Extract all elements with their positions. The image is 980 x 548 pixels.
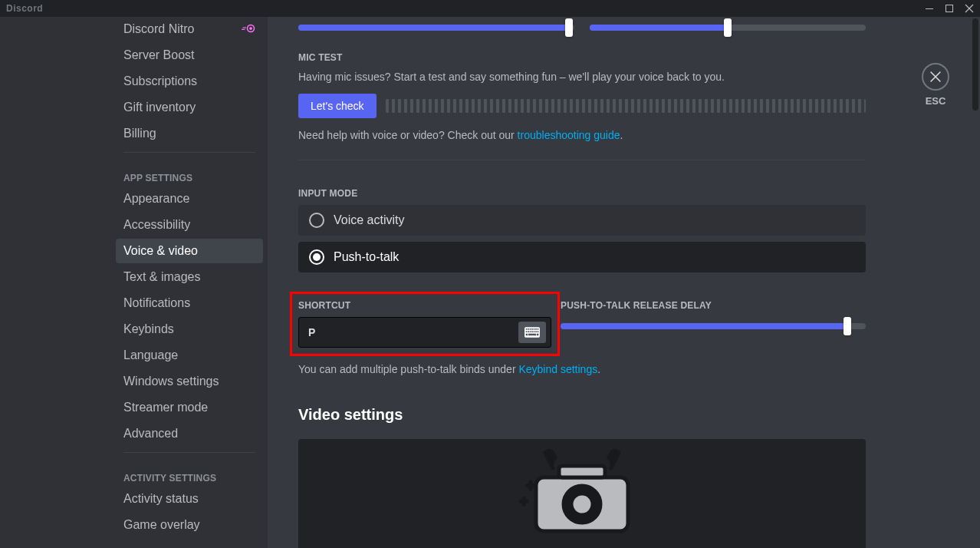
- sidebar-item-subscriptions[interactable]: Subscriptions: [116, 69, 263, 94]
- window-controls: [925, 4, 974, 13]
- mic-test-button[interactable]: Let's check: [298, 94, 377, 118]
- output-volume-slider[interactable]: [590, 18, 866, 37]
- video-preview: ✦ ✦: [298, 439, 866, 548]
- camera-icon: ✦ ✦: [513, 447, 651, 539]
- sidebar-item-label: Discord Nitro: [123, 21, 194, 37]
- svg-rect-5: [242, 29, 245, 30]
- radio-icon: [309, 249, 324, 265]
- video-settings-heading: Video settings: [298, 406, 866, 424]
- sidebar-item-streamer-mode[interactable]: Streamer mode: [116, 395, 263, 420]
- svg-rect-17: [531, 331, 533, 332]
- svg-rect-14: [526, 331, 528, 332]
- sidebar-item-activity-status[interactable]: Activity status: [116, 487, 263, 511]
- sidebar-header: APP SETTINGS: [116, 159, 263, 187]
- svg-rect-11: [534, 328, 535, 330]
- sidebar-item-discord-nitro[interactable]: Discord Nitro: [116, 17, 263, 41]
- shortcut-input[interactable]: P: [298, 317, 551, 348]
- sidebar-item-label: Keybinds: [123, 322, 174, 337]
- svg-point-3: [249, 27, 252, 30]
- sidebar-item-advanced[interactable]: Advanced: [116, 421, 263, 446]
- shortcut-hint: You can add multiple push-to-talk binds …: [298, 363, 866, 375]
- sidebar-item-label: Accessibility: [123, 217, 190, 233]
- close-settings: ESC: [922, 63, 949, 107]
- scrollbar[interactable]: [972, 18, 978, 111]
- sidebar-item-label: Subscriptions: [123, 74, 197, 89]
- sidebar-item-notifications[interactable]: Notifications: [116, 291, 263, 315]
- titlebar: Discord: [0, 0, 980, 17]
- input-mode-push-to-talk[interactable]: Push-to-talk: [298, 242, 866, 272]
- sidebar-header: ACTIVITY SETTINGS: [116, 459, 263, 487]
- radio-icon: [309, 213, 324, 228]
- svg-rect-23: [537, 334, 539, 336]
- svg-rect-21: [526, 334, 528, 336]
- hint-text: You can add multiple push-to-talk binds …: [298, 363, 518, 375]
- sidebar-item-label: Advanced: [123, 426, 178, 441]
- svg-rect-8: [528, 328, 529, 330]
- radio-label: Push-to-talk: [334, 250, 399, 264]
- close-label: ESC: [926, 95, 946, 107]
- sidebar-item-gift-inventory[interactable]: Gift inventory: [116, 95, 263, 120]
- svg-rect-13: [538, 328, 539, 330]
- minimize-icon[interactable]: [925, 4, 934, 13]
- sidebar-item-voice-video[interactable]: Voice & video: [116, 239, 263, 263]
- sidebar-item-label: Gift inventory: [123, 100, 196, 115]
- troubleshooting-link[interactable]: troubleshooting guide: [518, 129, 620, 141]
- svg-rect-9: [530, 328, 531, 330]
- sidebar-item-label: Voice & video: [123, 243, 198, 259]
- svg-rect-25: [559, 466, 605, 477]
- sidebar-item-label: Billing: [123, 126, 156, 141]
- sidebar-item-label: Text & images: [123, 269, 200, 285]
- sidebar-item-label: Appearance: [123, 191, 189, 206]
- sidebar-item-text-images[interactable]: Text & images: [116, 265, 263, 289]
- svg-rect-12: [535, 328, 537, 330]
- sidebar-item-label: Windows settings: [123, 374, 219, 389]
- sidebar-item-appearance[interactable]: Appearance: [116, 187, 263, 211]
- svg-rect-7: [526, 328, 528, 330]
- sidebar-item-accessibility[interactable]: Accessibility: [116, 213, 263, 237]
- svg-rect-0: [926, 8, 933, 9]
- input-mode-label: INPUT MODE: [298, 188, 866, 199]
- sidebar-item-language[interactable]: Language: [116, 343, 263, 368]
- svg-rect-22: [528, 334, 536, 336]
- ptt-delay-slider[interactable]: [561, 317, 866, 335]
- app-logo: Discord: [6, 3, 43, 14]
- svg-text:✦: ✦: [527, 480, 534, 491]
- settings-sidebar: Discord NitroServer BoostSubscriptionsGi…: [0, 17, 268, 548]
- maximize-icon[interactable]: [945, 4, 954, 13]
- help-text-post: .: [620, 129, 623, 141]
- svg-rect-16: [530, 331, 531, 332]
- input-volume-slider[interactable]: [298, 18, 574, 37]
- sidebar-item-label: Game overlay: [123, 517, 200, 533]
- close-settings-button[interactable]: [922, 63, 949, 91]
- ptt-delay-label: PUSH-TO-TALK RELEASE DELAY: [561, 300, 866, 311]
- svg-rect-18: [534, 331, 535, 332]
- mic-meter: [386, 99, 866, 113]
- sidebar-item-game-overlay[interactable]: Game overlay: [116, 513, 263, 537]
- sidebar-item-keybinds[interactable]: Keybinds: [116, 317, 263, 342]
- input-mode-group: Voice activityPush-to-talk: [298, 205, 866, 272]
- svg-text:✦: ✦: [521, 497, 527, 506]
- svg-rect-1: [946, 5, 953, 12]
- keybind-settings-link[interactable]: Keybind settings: [518, 363, 597, 375]
- svg-rect-10: [531, 328, 533, 330]
- shortcut-value: P: [304, 326, 518, 338]
- sidebar-item-label: Streamer mode: [123, 400, 208, 415]
- svg-point-27: [571, 494, 593, 515]
- sidebar-item-billing[interactable]: Billing: [116, 121, 263, 146]
- help-text: Need help with voice or video? Check out…: [298, 129, 518, 141]
- nitro-icon: [242, 21, 255, 37]
- sidebar-item-windows-settings[interactable]: Windows settings: [116, 369, 263, 394]
- sidebar-item-label: Notifications: [123, 295, 190, 311]
- hint-text-post: .: [597, 363, 600, 375]
- keyboard-icon[interactable]: [518, 322, 546, 343]
- close-icon[interactable]: [965, 4, 974, 13]
- sidebar-item-label: Server Boost: [123, 48, 194, 63]
- svg-rect-15: [528, 331, 529, 332]
- input-mode-voice-activity[interactable]: Voice activity: [298, 205, 866, 236]
- sidebar-item-server-boost[interactable]: Server Boost: [116, 43, 263, 68]
- sidebar-item-label: Activity status: [123, 491, 199, 507]
- svg-rect-4: [243, 28, 247, 28]
- svg-rect-19: [535, 331, 537, 332]
- mic-test-desc: Having mic issues? Start a test and say …: [298, 69, 866, 84]
- shortcut-highlight: SHORTCUT P: [290, 292, 560, 356]
